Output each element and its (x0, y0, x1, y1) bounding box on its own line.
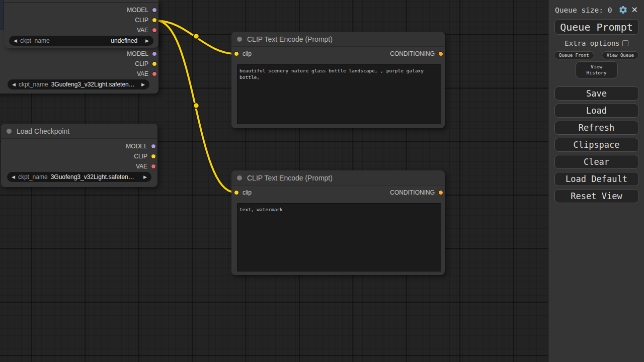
slot-label: MODEL (126, 143, 147, 150)
model-output-slot[interactable]: MODEL (127, 49, 155, 59)
save-button[interactable]: Save (554, 86, 639, 101)
clip-slot-dot-icon[interactable] (152, 18, 157, 23)
vae-output-slot[interactable]: VAE (137, 69, 155, 79)
checkpoint-node-top[interactable]: MODEL CLIP VAE ◀ ckpt_name undefined ▶ (4, 0, 158, 48)
stepper-left-icon[interactable]: ◀ (12, 82, 16, 87)
clip-input-slot[interactable]: clip (234, 188, 252, 198)
load-checkpoint-node[interactable]: Load Checkpoint MODEL CLIP VAE ◀ ckpt_na… (1, 124, 157, 187)
negative-prompt-textarea[interactable]: text, watermark (237, 203, 441, 272)
node-title: CLIP Text Encode (Prompt) (247, 35, 333, 43)
slot-label: CONDITIONING (390, 50, 435, 57)
model-output-slot[interactable]: MODEL (126, 141, 154, 151)
load-default-button[interactable]: Load Default (554, 172, 639, 186)
widget-name: ckpt_name (19, 81, 48, 88)
model-output-slot[interactable]: MODEL (127, 5, 155, 15)
view-history-button[interactable]: View History (576, 61, 618, 78)
queue-prompt-button[interactable]: Queue Prompt (554, 19, 639, 35)
clip-text-encode-positive-node[interactable]: CLIP Text Encode (Prompt) clip CONDITION… (231, 32, 445, 128)
conditioning-output-slot[interactable]: CONDITIONING (390, 188, 441, 198)
slot-label: CLIP (134, 153, 147, 160)
slot-label: clip (243, 50, 252, 57)
load-button[interactable]: Load (554, 104, 639, 118)
slot-label: CLIP (135, 17, 148, 24)
reset-view-button[interactable]: Reset View (554, 189, 639, 203)
slot-label: MODEL (127, 7, 148, 14)
vae-output-slot[interactable]: VAE (136, 161, 154, 171)
clipspace-button[interactable]: Clipspace (554, 138, 639, 152)
queue-size-label: Queue size: 0 (555, 6, 616, 14)
settings-gear-icon[interactable] (618, 5, 628, 15)
refresh-button[interactable]: Refresh (554, 121, 639, 135)
model-slot-dot-icon[interactable] (152, 8, 157, 13)
widget-value: undefined (53, 37, 137, 44)
clip-output-slot[interactable]: CLIP (135, 59, 155, 69)
clip-slot-dot-icon[interactable] (151, 154, 156, 159)
collapse-dot-icon[interactable] (237, 175, 242, 180)
extra-options-checkbox[interactable] (622, 40, 628, 46)
widget-value: 3Guofeng3_v32Light.safeten… (51, 173, 143, 180)
ckpt-name-combo-widget[interactable]: ◀ ckpt_name 3Guofeng3_v32Light.safeten… … (7, 172, 151, 182)
positive-prompt-textarea[interactable]: beautiful scenery nature glass bottle la… (237, 64, 441, 124)
view-history-label-line1: View (576, 64, 617, 70)
close-icon[interactable]: ✕ (630, 5, 639, 15)
clip-input-slot[interactable]: clip (234, 49, 252, 59)
link-clip-to-negative-outline (156, 21, 234, 192)
background-node-sliver (0, 0, 4, 31)
vae-slot-dot-icon[interactable] (151, 164, 156, 169)
conditioning-slot-dot-icon[interactable] (438, 51, 443, 56)
vae-output-slot[interactable]: VAE (137, 25, 155, 35)
clip-output-slot[interactable]: CLIP (134, 151, 154, 161)
node-graph-canvas[interactable]: MODEL CLIP VAE ◀ ckpt_name 3Guofeng3_v32… (0, 0, 548, 362)
view-history-label-line2: History (576, 70, 617, 76)
conditioning-output-slot[interactable]: CONDITIONING (390, 49, 441, 59)
node-title: Load Checkpoint (17, 127, 69, 135)
view-queue-button[interactable]: View Queue (602, 51, 639, 59)
clear-button[interactable]: Clear (554, 155, 639, 169)
vae-slot-dot-icon[interactable] (152, 28, 157, 33)
slot-label: VAE (137, 27, 148, 34)
widget-name: ckpt_name (20, 37, 50, 44)
stepper-right-icon[interactable]: ▶ (143, 174, 147, 179)
comfy-menu-panel: Queue size: 0 ✕ Queue Prompt Extra optio… (548, 0, 644, 362)
link-clip-to-positive (156, 21, 235, 54)
clip-text-encode-negative-node[interactable]: CLIP Text Encode (Prompt) clip CONDITION… (231, 170, 445, 275)
offscreen-node-edge (4, 2, 158, 3)
menu-header: Queue size: 0 ✕ (549, 0, 644, 15)
stepper-left-icon[interactable]: ◀ (12, 174, 15, 179)
node-title-bar[interactable]: CLIP Text Encode (Prompt) (231, 32, 445, 47)
extra-options-label: Extra options (565, 39, 620, 47)
model-slot-dot-icon[interactable] (151, 144, 156, 149)
node-title-bar[interactable]: CLIP Text Encode (Prompt) (231, 170, 445, 186)
stepper-right-icon[interactable]: ▶ (141, 82, 145, 87)
node-title: CLIP Text Encode (Prompt) (247, 174, 333, 182)
stepper-left-icon[interactable]: ◀ (14, 38, 17, 43)
queue-controls-row: Queue Front View Queue (549, 51, 644, 59)
node-title-bar[interactable]: Load Checkpoint (1, 124, 157, 139)
ckpt-name-combo-widget[interactable]: ◀ ckpt_name 3Guofeng3_v32Light.safeten… … (8, 79, 149, 89)
widget-name: ckpt_name (18, 173, 48, 180)
link-midpoint-dot (194, 34, 199, 39)
ckpt-name-combo-widget[interactable]: ◀ ckpt_name undefined ▶ (9, 36, 153, 46)
stepper-right-icon[interactable]: ▶ (145, 38, 149, 43)
extra-options-row: Extra options (549, 39, 644, 47)
slot-label: clip (243, 189, 252, 196)
model-slot-dot-icon[interactable] (152, 51, 157, 56)
slot-label: VAE (137, 70, 148, 77)
slot-label: MODEL (127, 50, 148, 57)
conditioning-slot-dot-icon[interactable] (438, 190, 443, 195)
collapse-dot-icon[interactable] (237, 37, 242, 42)
slot-label: VAE (136, 163, 147, 170)
widget-value: 3Guofeng3_v32Light.safeten… (51, 81, 141, 88)
link-midpoint-dot (194, 103, 199, 109)
clip-slot-dot-icon[interactable] (234, 190, 239, 195)
link-clip-to-negative (156, 21, 234, 192)
clip-output-slot[interactable]: CLIP (135, 15, 155, 25)
vae-slot-dot-icon[interactable] (152, 71, 157, 76)
queue-front-button[interactable]: Queue Front (554, 51, 594, 59)
clip-slot-dot-icon[interactable] (152, 61, 157, 66)
clip-slot-dot-icon[interactable] (234, 51, 239, 56)
slot-label: CONDITIONING (390, 189, 435, 196)
link-clip-to-positive-outline (156, 21, 235, 54)
collapse-dot-icon[interactable] (7, 129, 12, 134)
slot-label: CLIP (135, 60, 148, 67)
